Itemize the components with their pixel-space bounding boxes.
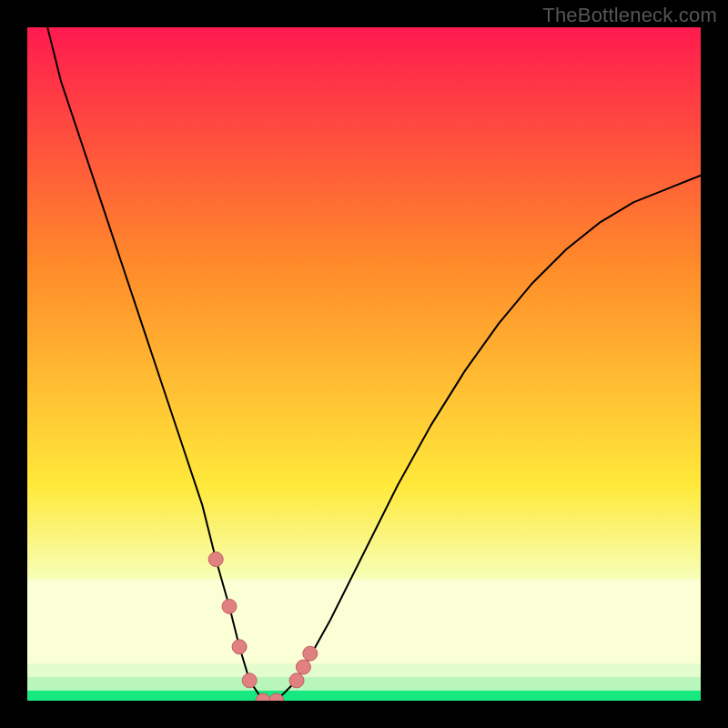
svg-rect-4: [27, 663, 701, 677]
svg-point-8: [242, 673, 257, 688]
svg-rect-2: [27, 691, 701, 701]
svg-point-12: [296, 660, 310, 674]
svg-point-5: [208, 552, 223, 567]
svg-point-11: [289, 673, 304, 688]
svg-point-7: [232, 640, 247, 654]
plot-area: [27, 27, 701, 701]
svg-rect-3: [27, 677, 701, 691]
svg-point-13: [303, 646, 318, 661]
svg-point-6: [222, 599, 237, 613]
watermark-text: TheBottleneck.com: [542, 4, 717, 27]
chart-frame: TheBottleneck.com: [0, 0, 728, 728]
chart-svg: [27, 27, 701, 701]
